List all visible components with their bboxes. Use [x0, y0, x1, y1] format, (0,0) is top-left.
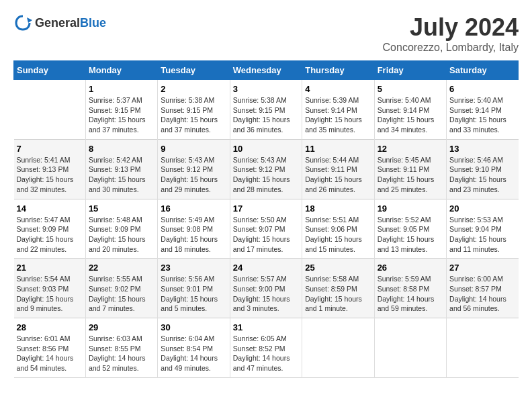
- cell-info: Sunrise: 5:40 AM Sunset: 9:14 PM Dayligh…: [449, 95, 515, 135]
- day-number: 15: [89, 203, 154, 214]
- calendar-cell: 13Sunrise: 5:46 AM Sunset: 9:10 PM Dayli…: [447, 139, 519, 199]
- day-number: 14: [17, 203, 83, 214]
- day-number: 29: [89, 322, 154, 332]
- cell-info: Sunrise: 5:46 AM Sunset: 9:10 PM Dayligh…: [449, 155, 515, 195]
- cell-info: Sunrise: 5:58 AM Sunset: 8:59 PM Dayligh…: [305, 274, 371, 314]
- header-wednesday: Wednesday: [230, 61, 302, 80]
- calendar-cell: 5Sunrise: 5:40 AM Sunset: 9:14 PM Daylig…: [374, 80, 446, 140]
- calendar-cell: 31Sunrise: 6:05 AM Sunset: 8:52 PM Dayli…: [230, 318, 302, 378]
- cell-info: Sunrise: 5:59 AM Sunset: 8:58 PM Dayligh…: [378, 274, 443, 314]
- header-thursday: Thursday: [302, 61, 374, 80]
- cell-info: Sunrise: 5:47 AM Sunset: 9:09 PM Dayligh…: [17, 215, 83, 255]
- cell-info: Sunrise: 5:49 AM Sunset: 9:08 PM Dayligh…: [161, 215, 226, 255]
- svg-marker-0: [27, 17, 32, 23]
- day-number: 23: [161, 263, 226, 273]
- logo-text: GeneralBlue: [35, 16, 106, 30]
- header-monday: Monday: [85, 61, 157, 80]
- calendar-cell: 30Sunrise: 6:04 AM Sunset: 8:54 PM Dayli…: [158, 318, 230, 378]
- calendar-cell: 8Sunrise: 5:42 AM Sunset: 9:13 PM Daylig…: [85, 139, 157, 199]
- calendar-cell: [14, 80, 86, 140]
- day-number: 27: [449, 263, 515, 273]
- day-number: 1: [89, 84, 154, 94]
- day-number: 3: [233, 84, 299, 94]
- day-number: 25: [305, 263, 371, 273]
- calendar-cell: 17Sunrise: 5:50 AM Sunset: 9:07 PM Dayli…: [230, 199, 302, 259]
- logo: GeneralBlue: [13, 13, 106, 32]
- header-saturday: Saturday: [447, 61, 519, 80]
- day-number: 20: [449, 203, 515, 214]
- calendar-header-row: SundayMondayTuesdayWednesdayThursdayFrid…: [14, 61, 519, 80]
- calendar-cell: 3Sunrise: 5:38 AM Sunset: 9:15 PM Daylig…: [230, 80, 302, 140]
- page-subtitle: Concorezzo, Lombardy, Italy: [383, 42, 519, 54]
- day-number: 11: [305, 144, 371, 154]
- cell-info: Sunrise: 6:03 AM Sunset: 8:55 PM Dayligh…: [89, 334, 154, 373]
- cell-info: Sunrise: 6:05 AM Sunset: 8:52 PM Dayligh…: [233, 334, 299, 373]
- cell-info: Sunrise: 5:41 AM Sunset: 9:13 PM Dayligh…: [17, 155, 83, 195]
- cell-info: Sunrise: 5:57 AM Sunset: 9:00 PM Dayligh…: [233, 274, 299, 314]
- calendar-cell: [374, 318, 446, 378]
- calendar-cell: 10Sunrise: 5:43 AM Sunset: 9:12 PM Dayli…: [230, 139, 302, 199]
- calendar-cell: 27Sunrise: 6:00 AM Sunset: 8:57 PM Dayli…: [447, 259, 519, 318]
- calendar-cell: 7Sunrise: 5:41 AM Sunset: 9:13 PM Daylig…: [14, 139, 86, 199]
- calendar-cell: 11Sunrise: 5:44 AM Sunset: 9:11 PM Dayli…: [302, 139, 374, 199]
- calendar-cell: 16Sunrise: 5:49 AM Sunset: 9:08 PM Dayli…: [158, 199, 230, 259]
- cell-info: Sunrise: 5:44 AM Sunset: 9:11 PM Dayligh…: [305, 155, 371, 195]
- day-number: 13: [449, 144, 515, 154]
- calendar-week-row: 28Sunrise: 6:01 AM Sunset: 8:56 PM Dayli…: [14, 318, 519, 378]
- logo-general: General: [35, 16, 80, 30]
- calendar-cell: 15Sunrise: 5:48 AM Sunset: 9:09 PM Dayli…: [85, 199, 157, 259]
- calendar-cell: 29Sunrise: 6:03 AM Sunset: 8:55 PM Dayli…: [85, 318, 157, 378]
- logo-blue: Blue: [80, 16, 106, 30]
- calendar-week-row: 1Sunrise: 5:37 AM Sunset: 9:15 PM Daylig…: [14, 80, 519, 140]
- calendar-cell: 6Sunrise: 5:40 AM Sunset: 9:14 PM Daylig…: [447, 80, 519, 140]
- calendar-cell: 2Sunrise: 5:38 AM Sunset: 9:15 PM Daylig…: [158, 80, 230, 140]
- day-number: 12: [378, 144, 443, 154]
- day-number: 31: [233, 322, 299, 332]
- calendar-cell: 9Sunrise: 5:43 AM Sunset: 9:12 PM Daylig…: [158, 139, 230, 199]
- cell-info: Sunrise: 5:39 AM Sunset: 9:14 PM Dayligh…: [305, 95, 371, 135]
- cell-info: Sunrise: 6:01 AM Sunset: 8:56 PM Dayligh…: [17, 334, 83, 373]
- calendar-cell: 24Sunrise: 5:57 AM Sunset: 9:00 PM Dayli…: [230, 259, 302, 318]
- calendar-cell: 12Sunrise: 5:45 AM Sunset: 9:11 PM Dayli…: [374, 139, 446, 199]
- cell-info: Sunrise: 5:37 AM Sunset: 9:15 PM Dayligh…: [89, 95, 154, 135]
- calendar-cell: 19Sunrise: 5:52 AM Sunset: 9:05 PM Dayli…: [374, 199, 446, 259]
- calendar-cell: 20Sunrise: 5:53 AM Sunset: 9:04 PM Dayli…: [447, 199, 519, 259]
- day-number: 30: [161, 322, 226, 332]
- day-number: 24: [233, 263, 299, 273]
- cell-info: Sunrise: 5:42 AM Sunset: 9:13 PM Dayligh…: [89, 155, 154, 195]
- calendar-week-row: 7Sunrise: 5:41 AM Sunset: 9:13 PM Daylig…: [14, 139, 519, 199]
- calendar-week-row: 14Sunrise: 5:47 AM Sunset: 9:09 PM Dayli…: [14, 199, 519, 259]
- calendar-cell: [302, 318, 374, 378]
- cell-info: Sunrise: 5:48 AM Sunset: 9:09 PM Dayligh…: [89, 215, 154, 255]
- day-number: 26: [378, 263, 443, 273]
- calendar-cell: 23Sunrise: 5:56 AM Sunset: 9:01 PM Dayli…: [158, 259, 230, 318]
- cell-info: Sunrise: 5:43 AM Sunset: 9:12 PM Dayligh…: [233, 155, 299, 195]
- cell-info: Sunrise: 5:54 AM Sunset: 9:03 PM Dayligh…: [17, 274, 83, 314]
- page-header: GeneralBlue July 2024 Concorezzo, Lombar…: [13, 13, 519, 54]
- day-number: 16: [161, 203, 226, 214]
- calendar-cell: 22Sunrise: 5:55 AM Sunset: 9:02 PM Dayli…: [85, 259, 157, 318]
- day-number: 17: [233, 203, 299, 214]
- day-number: 7: [17, 144, 83, 154]
- cell-info: Sunrise: 6:04 AM Sunset: 8:54 PM Dayligh…: [161, 334, 226, 373]
- page-title: July 2024: [383, 13, 519, 42]
- cell-info: Sunrise: 5:40 AM Sunset: 9:14 PM Dayligh…: [378, 95, 443, 135]
- cell-info: Sunrise: 5:51 AM Sunset: 9:06 PM Dayligh…: [305, 215, 371, 255]
- calendar-cell: [447, 318, 519, 378]
- calendar-cell: 28Sunrise: 6:01 AM Sunset: 8:56 PM Dayli…: [14, 318, 86, 378]
- day-number: 9: [161, 144, 226, 154]
- cell-info: Sunrise: 6:00 AM Sunset: 8:57 PM Dayligh…: [449, 274, 515, 314]
- day-number: 21: [17, 263, 83, 273]
- header-friday: Friday: [374, 61, 446, 80]
- cell-info: Sunrise: 5:38 AM Sunset: 9:15 PM Dayligh…: [161, 95, 226, 135]
- calendar-cell: 4Sunrise: 5:39 AM Sunset: 9:14 PM Daylig…: [302, 80, 374, 140]
- cell-info: Sunrise: 5:38 AM Sunset: 9:15 PM Dayligh…: [233, 95, 299, 135]
- day-number: 19: [378, 203, 443, 214]
- header-sunday: Sunday: [14, 61, 86, 80]
- calendar-cell: 14Sunrise: 5:47 AM Sunset: 9:09 PM Dayli…: [14, 199, 86, 259]
- calendar-cell: 26Sunrise: 5:59 AM Sunset: 8:58 PM Dayli…: [374, 259, 446, 318]
- day-number: 6: [449, 84, 515, 94]
- cell-info: Sunrise: 5:53 AM Sunset: 9:04 PM Dayligh…: [449, 215, 515, 255]
- cell-info: Sunrise: 5:56 AM Sunset: 9:01 PM Dayligh…: [161, 274, 226, 314]
- day-number: 28: [17, 322, 83, 332]
